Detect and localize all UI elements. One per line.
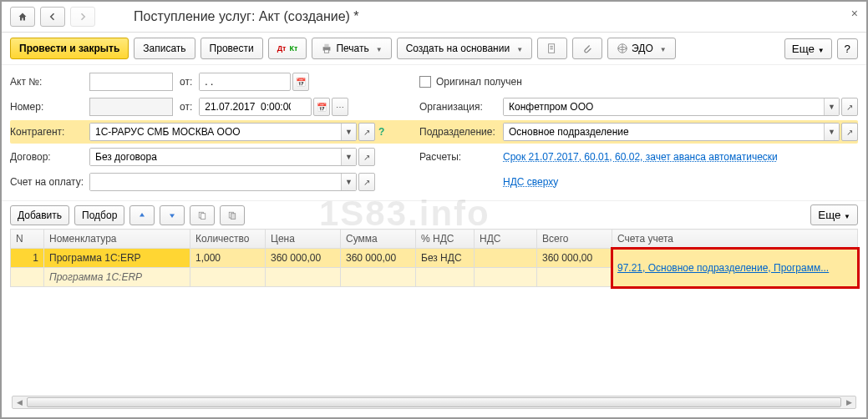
th-price[interactable]: Цена [266, 230, 341, 249]
th-total[interactable]: Всего [537, 230, 612, 249]
add-button[interactable]: Добавить [10, 205, 69, 225]
number-label: Номер: [10, 101, 89, 113]
items-table: N Номенклатура Количество Цена Сумма % Н… [10, 229, 858, 287]
attach-button[interactable] [572, 38, 602, 59]
contract-select[interactable]: ▼ [89, 148, 357, 166]
number-input[interactable] [89, 98, 173, 116]
external-icon[interactable]: ↗ [841, 98, 858, 116]
act-no-input[interactable] [89, 73, 173, 91]
horizontal-scrollbar[interactable]: ◀ ▶ [12, 396, 856, 409]
table-row[interactable]: 1 Программа 1C:ERP 1,000 360 000,00 360 … [11, 249, 858, 268]
move-up-button[interactable] [129, 205, 155, 225]
move-down-button[interactable] [160, 205, 185, 225]
th-qty[interactable]: Количество [190, 230, 266, 249]
calc-label: Расчеты: [419, 151, 503, 163]
scroll-right-icon[interactable]: ▶ [842, 396, 855, 408]
scroll-thumb[interactable] [27, 397, 841, 407]
svg-rect-1 [325, 44, 329, 48]
original-checkbox[interactable] [419, 76, 431, 88]
hint-icon[interactable]: ? [378, 126, 384, 138]
external-icon[interactable]: ↗ [358, 173, 375, 191]
forward-button[interactable] [70, 7, 95, 27]
back-button[interactable] [40, 7, 65, 27]
accounts-cell[interactable]: 97.21, Основное подразделение, Программ.… [612, 249, 858, 287]
files-button[interactable] [537, 38, 567, 59]
th-nom[interactable]: Номенклатура [44, 230, 190, 249]
act-date-input[interactable] [199, 73, 291, 91]
from-label-2: от: [180, 101, 192, 113]
invoice-label: Счет на оплату: [10, 176, 89, 188]
paste-button[interactable] [220, 205, 245, 225]
number-date-input[interactable] [199, 98, 312, 116]
org-label: Организация: [419, 101, 503, 113]
svg-rect-3 [549, 44, 555, 53]
svg-rect-9 [201, 213, 206, 219]
counterparty-select[interactable]: ▼ [89, 123, 357, 141]
svg-rect-2 [325, 50, 329, 53]
contract-label: Договор: [10, 151, 89, 163]
top-nav: Поступление услуг: Акт (создание) * × [2, 2, 866, 33]
th-accounts[interactable]: Счета учета [612, 230, 858, 249]
svg-rect-11 [231, 213, 236, 219]
home-button[interactable] [10, 7, 35, 27]
page-title: Поступление услуг: Акт (создание) * [134, 9, 359, 24]
invoice-select[interactable]: ▼ [89, 173, 357, 191]
from-label-1: от: [180, 76, 192, 88]
org-select[interactable]: ▼ [503, 98, 840, 116]
chevron-down-icon[interactable]: ▼ [824, 98, 839, 115]
copy-button[interactable] [190, 205, 215, 225]
toolbar-more-button[interactable]: Еще ▼ [784, 38, 832, 59]
table-toolbar: Добавить Подбор Еще ▼ [2, 200, 866, 229]
pick-button[interactable]: Подбор [74, 205, 124, 225]
counterparty-label: Контрагент: [10, 126, 89, 138]
calendar-icon[interactable]: 📅 [292, 73, 309, 91]
th-nds-pct[interactable]: % НДС [416, 230, 475, 249]
chevron-down-icon[interactable]: ▼ [824, 124, 839, 140]
external-icon[interactable]: ↗ [358, 123, 375, 141]
division-select[interactable]: ▼ [503, 123, 840, 141]
dtkt-button[interactable]: ДтКт [268, 38, 307, 59]
original-label: Оригинал получен [436, 76, 522, 88]
chevron-down-icon[interactable]: ▼ [341, 149, 356, 165]
th-sum[interactable]: Сумма [341, 230, 416, 249]
chevron-down-icon[interactable]: ▼ [341, 124, 356, 140]
scroll-left-icon[interactable]: ◀ [13, 396, 26, 408]
edo-button[interactable]: ЭДО [607, 38, 676, 59]
th-nds[interactable]: НДС [475, 230, 537, 249]
external-icon[interactable]: ↗ [358, 148, 375, 166]
act-no-label: Акт №: [10, 76, 89, 88]
close-button[interactable]: × [851, 7, 858, 20]
chevron-down-icon[interactable]: ▼ [341, 174, 356, 190]
calendar-icon-2[interactable]: 📅 [313, 98, 330, 116]
post-button[interactable]: Провести [201, 38, 263, 59]
save-button[interactable]: Записать [134, 38, 195, 59]
th-n[interactable]: N [11, 230, 44, 249]
help-button[interactable]: ? [837, 38, 858, 59]
calc-link[interactable]: Срок 21.07.2017, 60.01, 60.02, зачет ава… [503, 151, 778, 163]
table-more-button[interactable]: Еще ▼ [810, 204, 858, 225]
division-label: Подразделение: [419, 126, 503, 138]
create-based-button[interactable]: Создать на основании [397, 38, 532, 59]
nds-link[interactable]: НДС сверху [503, 176, 558, 188]
main-toolbar: Провести и закрыть Записать Провести ДтК… [2, 33, 866, 65]
form-area: Акт №: от: 📅 Оригинал получен Номер: от: [2, 65, 866, 200]
print-button[interactable]: Печать [312, 38, 391, 59]
post-and-close-button[interactable]: Провести и закрыть [10, 38, 129, 59]
ellipsis-icon[interactable]: ⋯ [332, 98, 348, 116]
external-icon[interactable]: ↗ [841, 123, 858, 141]
